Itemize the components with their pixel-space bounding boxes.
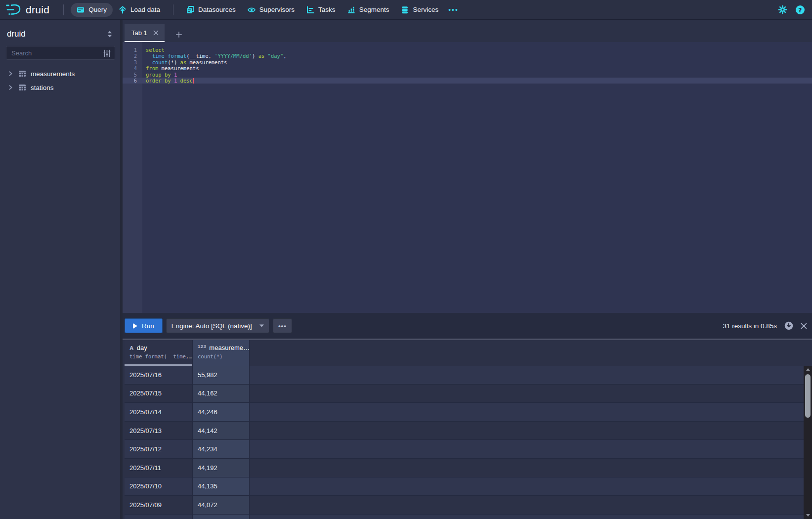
nav-item-load-data[interactable]: Load data — [113, 3, 166, 17]
cell-day[interactable]: 2025/07/14 — [125, 403, 193, 422]
scroll-up-arrow[interactable] — [804, 366, 812, 373]
cell-filler — [250, 385, 812, 403]
nav-item-datasources[interactable]: Datasources — [180, 3, 242, 17]
table-name: stations — [31, 84, 54, 91]
query-more-button[interactable]: ••• — [273, 318, 292, 333]
code-token: 1 — [174, 72, 177, 78]
nav-more-button[interactable]: ••• — [444, 3, 463, 17]
download-icon[interactable] — [784, 321, 793, 330]
sidebar: druid — [0, 20, 120, 519]
table-row — [125, 515, 812, 519]
sql-editor[interactable]: 123456 select time_format(__time, 'YYYY/… — [123, 42, 812, 313]
line-number: 6 — [123, 78, 142, 84]
cell-measurements[interactable]: 44,234 — [193, 440, 250, 459]
segments-icon — [347, 6, 355, 14]
close-tab-icon[interactable] — [153, 30, 159, 36]
schema-title: druid — [7, 29, 26, 39]
sidebar-item-stations[interactable]: stations — [6, 81, 115, 94]
code-token: group by — [146, 72, 171, 78]
brand[interactable]: druid — [5, 3, 49, 16]
cell-measurements[interactable]: 55,982 — [193, 366, 250, 385]
code-token: 'YYYY/MM/dd' — [214, 53, 252, 59]
engine-dropdown[interactable]: Engine: Auto [SQL (native)] — [166, 318, 269, 333]
table-icon — [18, 84, 26, 91]
code-line[interactable]: from measurements — [142, 65, 812, 71]
cell-day[interactable]: 2025/07/12 — [125, 440, 193, 459]
text-cursor — [193, 78, 194, 84]
number-type-icon: 123 — [198, 344, 206, 349]
cell-day[interactable]: 2025/07/11 — [125, 459, 193, 477]
druid-logo-icon — [5, 3, 22, 16]
code-line[interactable]: order by 1 desc — [142, 78, 812, 84]
chevron-right-icon — [7, 84, 14, 91]
cell-measurements[interactable]: 44,192 — [193, 459, 250, 477]
code-line[interactable]: count(*) as measurements — [142, 59, 812, 65]
nav-label: Query — [88, 6, 107, 13]
gear-icon[interactable] — [778, 5, 787, 14]
table-row: 2025/07/1044,135 — [125, 477, 812, 496]
cell-measurements[interactable]: 44,072 — [193, 496, 250, 515]
header-filler — [250, 340, 812, 366]
cell-day[interactable]: 2025/07/15 — [125, 385, 193, 403]
column-expression: time_format(__time,… — [129, 353, 192, 359]
table-row: 2025/07/1344,142 — [125, 422, 812, 440]
nav-item-supervisors[interactable]: Supervisors — [242, 3, 300, 17]
results-scrollbar — [804, 366, 812, 519]
cell-day[interactable]: 2025/07/16 — [125, 366, 193, 385]
cell-day[interactable]: 2025/07/13 — [125, 422, 193, 440]
add-tab-button[interactable] — [171, 27, 186, 42]
sidebar-item-measurements[interactable]: measurements — [6, 67, 115, 81]
tab-1[interactable]: Tab 1 — [125, 24, 165, 42]
cell-measurements[interactable]: 44,162 — [193, 385, 250, 403]
table-row: 2025/07/1655,982 — [125, 366, 812, 385]
nav-item-tasks[interactable]: Tasks — [300, 3, 342, 17]
cell-filler — [250, 496, 812, 515]
filter-icon[interactable] — [103, 49, 111, 57]
code-line[interactable]: group by 1 — [142, 72, 812, 78]
code-token: as — [180, 59, 187, 65]
code-token: from — [146, 65, 158, 71]
code-token: time_format — [152, 53, 187, 59]
cell-measurements[interactable]: 44,135 — [193, 477, 250, 496]
code-line[interactable]: time_format(__time, 'YYYY/MM/dd') as "da… — [142, 53, 812, 59]
nav-label: Segments — [359, 6, 389, 13]
cell-filler — [250, 366, 812, 385]
cell-filler — [250, 459, 812, 477]
navbar: druid Query Load data — [0, 0, 812, 20]
code-token: order by — [146, 78, 171, 84]
run-button[interactable]: Run — [125, 318, 163, 333]
cell-measurements[interactable]: 44,142 — [193, 422, 250, 440]
table-row: 2025/07/1244,234 — [125, 440, 812, 459]
cell-day[interactable]: 2025/07/09 — [125, 496, 193, 515]
nav-item-services[interactable]: Services — [395, 3, 444, 17]
column-expression: count(*) — [198, 353, 249, 359]
editor-code[interactable]: select time_format(__time, 'YYYY/MM/dd')… — [142, 42, 812, 313]
code-line[interactable]: select — [142, 47, 812, 53]
engine-label: Engine: Auto [SQL (native)] — [171, 322, 252, 330]
run-bar-right: 31 results in 0.85s — [723, 321, 807, 330]
gantt-icon — [306, 6, 314, 14]
nav-divider — [173, 4, 173, 15]
scroll-down-arrow[interactable] — [804, 512, 812, 519]
table-row: 2025/07/1444,246 — [125, 403, 812, 422]
nav-item-segments[interactable]: Segments — [342, 3, 395, 17]
column-header-measurements[interactable]: 123 measureme… count(*) — [193, 340, 250, 366]
nav-item-query[interactable]: Query — [71, 3, 113, 17]
query-icon — [77, 6, 85, 14]
scrollbar-thumb[interactable] — [805, 374, 811, 418]
nav-label: Tasks — [318, 6, 336, 13]
code-token: select — [146, 47, 165, 53]
cell-day[interactable]: 2025/07/10 — [125, 477, 193, 496]
help-icon[interactable]: ? — [795, 5, 805, 15]
table-icon — [18, 70, 26, 78]
play-icon — [133, 323, 137, 329]
schema-selector[interactable]: druid — [6, 26, 115, 46]
table-row: 2025/07/1544,162 — [125, 385, 812, 403]
tab-label: Tab 1 — [131, 29, 147, 37]
column-header-day[interactable]: A day time_format(__time,… — [125, 340, 193, 366]
search-input[interactable] — [6, 49, 115, 57]
close-results-icon[interactable] — [801, 323, 807, 329]
cell-measurements[interactable]: 44,246 — [193, 403, 250, 422]
brand-name: druid — [26, 4, 49, 16]
datasources-icon — [186, 6, 194, 14]
